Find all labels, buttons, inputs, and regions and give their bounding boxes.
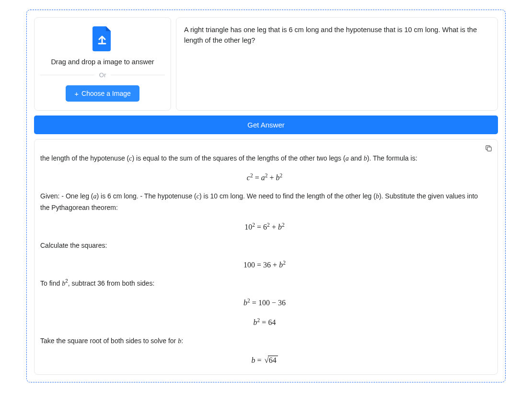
answer-para: the length of the hypotenuse (c) is equa…	[40, 153, 489, 164]
question-input[interactable]	[176, 17, 498, 111]
answer-para: Calculate the squares:	[40, 240, 489, 252]
choose-image-label: Choose a Image	[81, 90, 131, 97]
plus-icon: +	[74, 90, 79, 97]
equation: 100 = 36 + b2	[40, 258, 489, 271]
equation: b2 = 100 − 36	[40, 296, 489, 309]
get-answer-button[interactable]: Get Answer	[34, 116, 498, 134]
upload-drag-label: Drag and drop a image to answer	[51, 58, 154, 66]
upload-file-icon	[93, 26, 113, 51]
answer-card: the length of the hypotenuse (c) is equa…	[34, 139, 498, 375]
equation: b2 = 64	[40, 316, 489, 329]
svg-rect-0	[487, 147, 491, 151]
upload-divider: Or	[35, 71, 171, 79]
answer-para: To find b2, subtract 36 from both sides:	[40, 278, 489, 289]
answer-para: Take the square root of both sides to so…	[40, 335, 489, 347]
equation: 102 = 62 + b2	[40, 220, 489, 233]
equation: c2 = a2 + b2	[40, 171, 489, 184]
upload-or-label: Or	[94, 71, 111, 79]
equation: b = √64	[40, 354, 489, 368]
answer-body: the length of the hypotenuse (c) is equa…	[40, 153, 489, 369]
choose-image-button[interactable]: + Choose a Image	[66, 85, 139, 102]
input-row: Drag and drop a image to answer Or + Cho…	[34, 17, 498, 111]
image-upload-card[interactable]: Drag and drop a image to answer Or + Cho…	[34, 17, 171, 111]
question-answer-panel: Drag and drop a image to answer Or + Cho…	[26, 10, 506, 382]
copy-icon[interactable]	[485, 144, 493, 154]
answer-scroll-area[interactable]: the length of the hypotenuse (c) is equa…	[40, 153, 492, 369]
answer-para: Given: - One leg (a) is 6 cm long. - The…	[40, 191, 489, 214]
